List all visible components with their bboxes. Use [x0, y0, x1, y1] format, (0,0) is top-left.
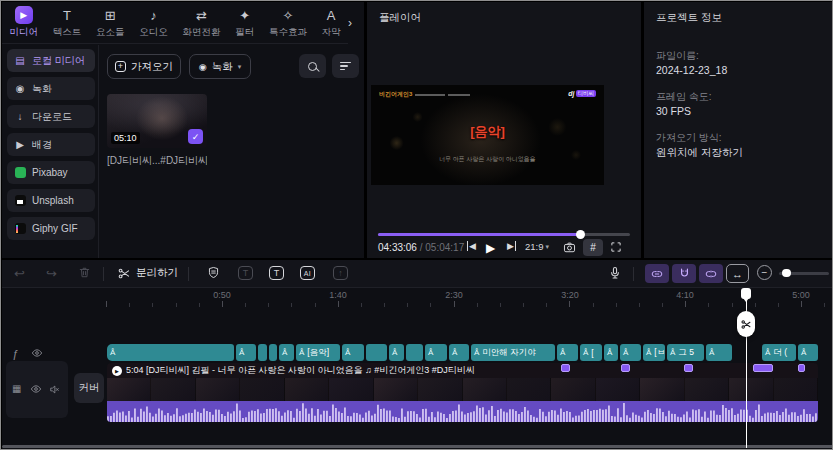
text-clip-icon: Å [765, 349, 770, 357]
add-text-button[interactable]: T [269, 266, 284, 280]
clip-marker[interactable] [753, 364, 773, 372]
tab-text[interactable]: T텍스트 [45, 2, 88, 43]
tab-transition[interactable]: ⇄화면전환 [175, 2, 228, 43]
ai-caption-button[interactable]: AI [300, 266, 315, 280]
split-button[interactable]: 분리하기 [118, 266, 178, 280]
template-button[interactable] [207, 266, 220, 279]
unlink-icon [704, 268, 718, 280]
video-clip-title: 5:04 [DJ티비씨] 김필 - 너무 아픈 사랑은 사랑이 아니었음을 ♫ … [126, 364, 475, 377]
aspect-ratio-dropdown[interactable]: 21:9▾ [525, 241, 549, 252]
subtitle-segment[interactable]: Å [449, 344, 469, 361]
subtitle-segment[interactable]: Å [557, 344, 578, 361]
subtitle-segment[interactable]: Å [279, 344, 294, 361]
horizontal-scrollbar[interactable] [2, 445, 833, 448]
sidebar-item-giphy[interactable]: Giphy GIF [7, 217, 95, 240]
video-preview[interactable]: 비긴어게인3 dj 티비씨 [음악] 너무 아픈 사랑은 사랑이 아니었음을 [371, 85, 604, 185]
clip-marker[interactable] [798, 364, 805, 372]
nav-more-button[interactable]: › [348, 12, 362, 34]
zoom-out-button[interactable]: − [757, 265, 772, 280]
timeline-toolbar: ↩ ↪ 분리하기 T T AI ↑ [2, 260, 833, 288]
ruler-tick [222, 301, 223, 307]
subtitle-segment[interactable] [406, 344, 423, 361]
local-media-icon: ▤ [14, 55, 26, 66]
sidebar-item-record[interactable]: ◉녹화 [7, 77, 95, 100]
text-track-visibility-toggle[interactable] [31, 347, 43, 359]
playhead[interactable] [740, 288, 752, 448]
subtitle-segment[interactable]: Å그 5 [667, 344, 704, 361]
delete-button[interactable] [78, 266, 91, 279]
tab-filter[interactable]: ✦필터 [228, 2, 262, 43]
sidebar-item-background[interactable]: ▶배경 [7, 133, 95, 156]
subtitle-segment[interactable] [366, 344, 387, 361]
prev-frame-button[interactable]: ◀ [467, 241, 476, 251]
cover-button[interactable]: 커버 [74, 373, 104, 403]
subtitle-segment[interactable]: Å [620, 344, 641, 361]
next-frame-button[interactable]: ▶ [507, 241, 516, 251]
subtitle-segment[interactable]: Å [107, 344, 234, 361]
subtitle-segment[interactable] [258, 344, 267, 361]
clip-marker[interactable] [621, 364, 630, 372]
tab-label: 요소들 [96, 26, 125, 39]
fit-timeline-button[interactable]: ↔ [726, 264, 749, 283]
fullscreen-button[interactable] [610, 241, 622, 253]
subtitle-segment[interactable]: Å미안해 자기야 [471, 344, 555, 361]
download-icon: ↓ [14, 111, 26, 122]
ruler-tick [755, 303, 756, 307]
subtitle-segment[interactable] [269, 344, 277, 361]
sidebar-item-unsplash[interactable]: Unsplash [7, 189, 95, 212]
sidebar-item-download[interactable]: ↓다운로드 [7, 105, 95, 128]
shield-icon [207, 266, 220, 279]
tab-captions[interactable]: A자막 [314, 2, 348, 43]
subtitle-segment[interactable]: Å[음악] [296, 344, 340, 361]
clip-marker[interactable] [561, 364, 570, 372]
subtitle-segment[interactable]: Å [798, 344, 818, 361]
playhead-split-button[interactable] [737, 311, 755, 337]
subtitle-segment[interactable]: Å[ [580, 344, 602, 361]
subtitle-segment[interactable]: Å [706, 344, 732, 361]
subtitle-segment[interactable]: Å [425, 344, 447, 361]
video-track-mute-toggle[interactable] [49, 384, 60, 395]
tab-media[interactable]: ▶미디어 [2, 2, 45, 43]
voiceover-button[interactable] [608, 266, 622, 280]
extract-button[interactable]: ↑ [333, 266, 348, 280]
progress-knob[interactable] [576, 230, 585, 239]
import-button[interactable]: + 가져오기 [107, 54, 181, 79]
sidebar-item-local-media[interactable]: ▤로컬 미디어 [7, 49, 95, 72]
grid-toggle-button[interactable]: # [583, 239, 603, 256]
video-clip[interactable]: ▶ 5:04 [DJ티비씨] 김필 - 너무 아픈 사랑은 사랑이 아니었음을 … [107, 363, 818, 422]
text-track-effect-toggle[interactable]: ƒ [12, 348, 18, 360]
link-toggle[interactable] [645, 264, 669, 283]
subtitle-segment[interactable]: Å [236, 344, 256, 361]
ruler-tick [732, 303, 733, 307]
tab-audio[interactable]: ♪오디오 [132, 2, 175, 43]
tab-elements[interactable]: ⊞요소들 [89, 2, 132, 43]
tab-label: 텍스트 [53, 26, 82, 39]
film-track-icon[interactable]: ▦ [12, 383, 21, 394]
clip-marker[interactable] [684, 364, 693, 372]
unlink-toggle[interactable] [699, 264, 723, 283]
play-button[interactable]: ▶ [486, 241, 495, 255]
subtitle-segment[interactable]: Å더 ( [762, 344, 796, 361]
snapshot-button[interactable] [563, 241, 576, 254]
record-dropdown[interactable]: ◉ 녹화 ▾ [189, 54, 251, 79]
player-progress-bar[interactable] [378, 230, 630, 238]
subtitle-segment[interactable]: Å[ㅂ [643, 344, 665, 361]
tab-effects[interactable]: ✧특수효과 [262, 2, 315, 43]
search-button[interactable] [299, 54, 326, 78]
zoom-slider-knob[interactable] [782, 269, 791, 278]
video-track-visibility-toggle[interactable] [30, 383, 42, 395]
upload-icon: ↑ [333, 266, 348, 280]
playhead-handle[interactable] [741, 288, 751, 299]
subtitle-segment[interactable]: Å [604, 344, 618, 361]
redo-button[interactable]: ↪ [46, 266, 57, 281]
sidebar-item-pixabay[interactable]: Pixabay [7, 161, 95, 184]
timeline-zoom-slider[interactable] [779, 272, 829, 275]
ruler-tick [616, 303, 617, 307]
magnet-toggle[interactable] [672, 264, 696, 283]
media-item[interactable]: 05:10 ✓ [DJ티비씨...#DJ티비씨 [107, 94, 207, 168]
text-template-button[interactable]: T [238, 266, 253, 280]
subtitle-segment[interactable]: Å [389, 344, 404, 361]
subtitle-segment[interactable]: Å [342, 344, 364, 361]
sort-button[interactable] [332, 54, 359, 78]
undo-button[interactable]: ↩ [14, 266, 25, 281]
